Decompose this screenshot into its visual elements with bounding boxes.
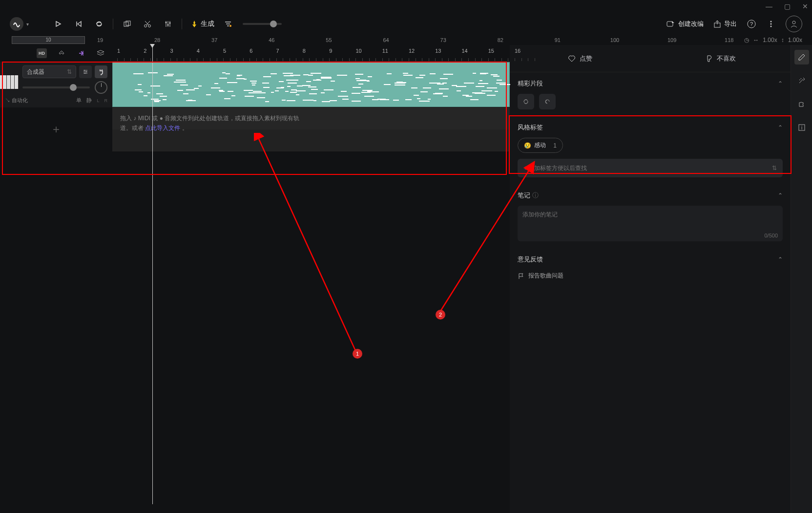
feedback-section: 意见反馈⌃ 报告歌曲问题 (510, 248, 791, 289)
style-tag-chip[interactable]: 😢感动 1 (518, 138, 563, 153)
account-button[interactable] (786, 16, 802, 32)
notes-textarea[interactable] (522, 211, 778, 235)
hd-badge-icon[interactable]: HD (37, 48, 47, 58)
mixer-icon[interactable] (163, 19, 173, 29)
svg-point-15 (792, 21, 795, 24)
magnet-icon[interactable] (57, 48, 66, 58)
report-song-button[interactable]: 报告歌曲问题 (518, 270, 783, 282)
play-icon[interactable] (53, 19, 63, 29)
import-file-link[interactable]: 点此导入文件 (145, 125, 180, 131)
notes-section: 笔记 ⓘ⌃ 0/500 (510, 184, 791, 248)
ruler-tick-label: 5 (223, 48, 226, 54)
minimize-button[interactable]: — (766, 2, 772, 10)
track-header[interactable]: 合成器⇅ ↘ 自动化 单 静 L R (0, 62, 112, 107)
overview-tick: 109 (660, 37, 684, 43)
layers-icon[interactable] (96, 48, 105, 58)
mute-button[interactable]: 静 (86, 97, 92, 104)
highlights-section: 精彩片段⌃ (510, 72, 791, 116)
ruler-tick-label: 6 (250, 48, 252, 54)
track-dropzone[interactable]: 拖入 ♪ MIDI 或 ● 音频文件到此处创建轨道，或直接拖入素材到现有轨 道。… (112, 107, 510, 151)
svg-text:?: ? (750, 21, 753, 27)
window-titlebar: — ▢ ✕ (0, 0, 812, 13)
playhead[interactable] (152, 45, 153, 504)
ruler-tick-label: 1 (117, 48, 120, 54)
ruler-tick-label: 2 (144, 48, 146, 54)
magic-tab-icon[interactable] (794, 73, 809, 88)
annotation-badge-1: 1 (353, 349, 362, 359)
clock-icon[interactable]: ◷ (744, 37, 749, 43)
overview-tick: 100 (603, 37, 627, 43)
overview-tick: 118 (717, 37, 741, 43)
ruler-tick-label: 11 (382, 48, 388, 54)
automation-label[interactable]: ↘ 自动化 (5, 97, 28, 104)
zoom-h-icon[interactable]: ↔ (753, 37, 759, 43)
svg-point-17 (86, 71, 87, 72)
main-toolbar: ▾ 生成 创建改编 导出 ? (0, 13, 812, 35)
add-track-button[interactable]: + (53, 123, 60, 136)
cut-icon[interactable] (143, 19, 152, 29)
ruler-tick-label: 8 (303, 48, 306, 54)
svg-point-3 (148, 25, 151, 27)
ruler-tick-label: 15 (488, 48, 494, 54)
midi-clip[interactable] (112, 62, 510, 107)
dislike-button[interactable]: 不喜欢 (650, 45, 791, 72)
overview-tick: 55 (316, 37, 341, 43)
pan-r-label: R (104, 98, 108, 103)
track-clip-area[interactable] (112, 62, 510, 107)
zoom-v-icon[interactable]: ↕ (781, 37, 784, 43)
timeline-ruler[interactable]: 12345678910111213141516 (112, 45, 510, 62)
add-tag-input[interactable]: + 添加标签方便以后查找⇅ (518, 159, 783, 177)
clip-icon[interactable] (122, 19, 132, 29)
loop-icon[interactable] (94, 19, 104, 29)
like-button[interactable]: 点赞 (510, 45, 650, 72)
chevron-up-icon[interactable]: ⌃ (778, 124, 783, 131)
toolbar-slider[interactable] (243, 23, 282, 25)
pan-l-label: L (97, 98, 99, 103)
close-button[interactable]: ✕ (802, 2, 808, 10)
ruler-tick-label: 10 (355, 48, 361, 54)
svg-text:i: i (801, 125, 802, 130)
overview-tick: 46 (259, 37, 284, 43)
overview-scrollbar[interactable]: 10 (12, 36, 85, 44)
track-plugin-icon[interactable] (95, 65, 107, 78)
edit-tab-icon[interactable] (794, 50, 809, 64)
generate-button[interactable]: 生成 (191, 20, 214, 28)
puzzle-tab-icon[interactable] (794, 97, 809, 111)
chevron-up-icon[interactable]: ⌃ (778, 80, 783, 87)
reload-icon[interactable] (518, 94, 534, 109)
volume-slider[interactable] (22, 86, 90, 88)
maximize-button[interactable]: ▢ (784, 2, 791, 10)
svg-point-7 (229, 25, 231, 27)
zoom-v-value: 1.00x (788, 37, 802, 43)
svg-point-18 (84, 73, 85, 74)
filter-icon[interactable] (223, 19, 233, 29)
track-row: 合成器⇅ ↘ 自动化 单 静 L R (0, 62, 510, 107)
snap-icon[interactable] (76, 48, 86, 58)
undo-icon[interactable] (539, 94, 556, 109)
overview-tick: 73 (431, 37, 456, 43)
chevron-up-icon[interactable]: ⌃ (778, 192, 783, 199)
ruler-tick-label: 9 (329, 48, 332, 54)
create-edit-button[interactable]: 创建改编 (666, 20, 704, 28)
instrument-select[interactable]: 合成器⇅ (22, 65, 76, 78)
ruler-tick-label: 14 (461, 48, 467, 54)
app-logo[interactable] (10, 17, 23, 31)
info-tab-icon[interactable]: i (794, 120, 809, 135)
solo-button[interactable]: 单 (76, 97, 82, 104)
svg-point-2 (145, 25, 147, 27)
help-icon[interactable]: ? (747, 19, 756, 29)
overview-tick: 64 (374, 37, 398, 43)
app-menu-caret[interactable]: ▾ (26, 21, 29, 27)
info-icon[interactable]: ⓘ (532, 192, 539, 199)
ruler-tick-label: 12 (409, 48, 415, 54)
chevron-up-icon[interactable]: ⌃ (778, 256, 783, 263)
pan-knob[interactable] (95, 81, 107, 94)
inspector-panel: 点赞 不喜欢 精彩片段⌃ 风格标签⌃ 😢感动 1 + 添加标签方便以后查找⇅ (510, 45, 791, 513)
overview-tick: 91 (545, 37, 570, 43)
export-button[interactable]: 导出 (713, 20, 737, 28)
ruler-tick-label: 7 (276, 48, 279, 54)
more-icon[interactable] (766, 19, 776, 29)
track-settings-icon[interactable] (79, 65, 92, 78)
overview-tick: 19 (88, 37, 112, 43)
rewind-icon[interactable] (74, 19, 83, 29)
